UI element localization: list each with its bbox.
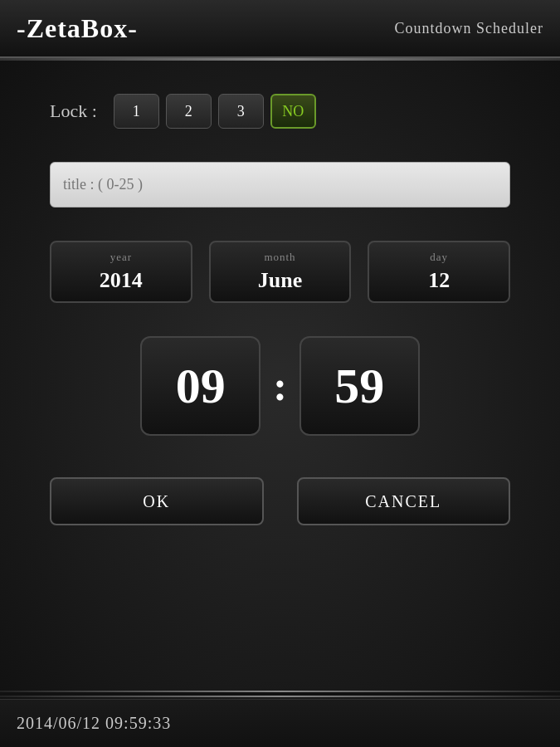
action-row: OK CANCEL (50, 477, 510, 525)
hours-block[interactable]: 09 (140, 336, 261, 436)
year-picker[interactable]: year 2014 (50, 241, 192, 303)
title-input[interactable] (50, 162, 510, 208)
year-label: year (110, 251, 132, 264)
minutes-value: 59 (334, 358, 384, 415)
status-text: 2014/06/12 09:59:33 (17, 714, 171, 733)
month-value: June (258, 268, 302, 293)
lock-btn-3[interactable]: 3 (218, 94, 264, 129)
lock-btn-no[interactable]: NO (270, 94, 316, 129)
minutes-block[interactable]: 59 (299, 336, 420, 436)
app-title: -ZetaBox- (17, 13, 138, 44)
lock-btn-1[interactable]: 1 (114, 94, 159, 129)
time-row: 09 : 59 (50, 336, 510, 436)
month-label: month (264, 251, 295, 264)
status-bar: 2014/06/12 09:59:33 (0, 699, 560, 747)
lock-btn-2[interactable]: 2 (166, 94, 212, 129)
title-input-container (50, 162, 510, 208)
day-label: day (430, 251, 448, 264)
ok-button[interactable]: OK (50, 477, 264, 525)
lock-label: Lock : (50, 100, 97, 122)
lock-buttons-group: 1 2 3 NO (114, 94, 316, 129)
main-content: Lock : 1 2 3 NO year 2014 month June day… (0, 61, 560, 708)
day-picker[interactable]: day 12 (368, 241, 510, 303)
year-value: 2014 (100, 268, 143, 293)
divider-line-bottom (0, 696, 560, 697)
hours-value: 09 (176, 358, 226, 415)
app-header: -ZetaBox- Countdown Scheduler (0, 0, 560, 58)
bottom-divider-area (0, 691, 560, 697)
time-separator: : (273, 365, 287, 407)
day-value: 12 (428, 268, 450, 293)
date-row: year 2014 month June day 12 (50, 241, 510, 303)
month-picker[interactable]: month June (209, 241, 352, 303)
lock-row: Lock : 1 2 3 NO (50, 94, 510, 129)
app-subtitle: Countdown Scheduler (395, 20, 543, 37)
cancel-button[interactable]: CANCEL (297, 477, 511, 525)
